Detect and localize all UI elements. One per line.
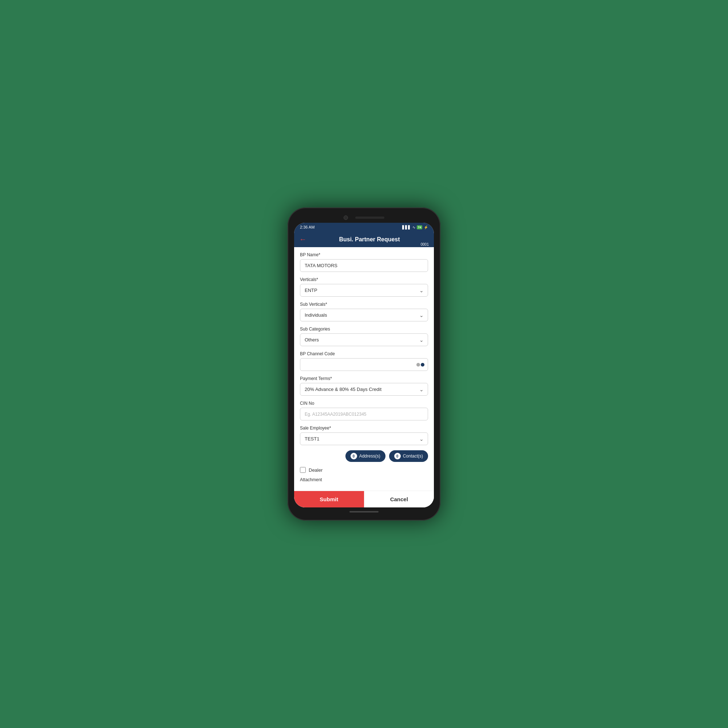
sale-employee-label: Sale Employee* [300, 425, 428, 431]
status-time: 2:36 AM [300, 225, 315, 229]
address-button[interactable]: 0 Address(s) [346, 450, 385, 462]
page-title: Busi. Partner Request [310, 236, 429, 243]
phone-bottom-bar [294, 508, 434, 514]
form-content: BP Name* Verticals* ENTP ⌄ Sub Verticals… [294, 247, 434, 491]
phone-top-decor [294, 214, 434, 223]
back-button[interactable]: ← [299, 235, 306, 243]
contact-button-label: Contact(s) [403, 454, 423, 459]
cin-no-label: CIN No [300, 401, 428, 406]
address-badge: 0 [350, 453, 357, 459]
sub-categories-label: Sub Categories [300, 327, 428, 332]
phone-screen: 2:36 AM ▋▋▋ ∿ 74 ⚡ ← Busi. Partner Reque… [294, 223, 434, 508]
toggle-switch-icon[interactable] [416, 363, 424, 367]
phone-speaker [355, 217, 384, 219]
bp-name-group: BP Name* [300, 252, 428, 272]
sale-employee-group: Sale Employee* TEST1 ⌄ [300, 425, 428, 445]
sub-verticals-select[interactable]: Individuals [300, 309, 428, 321]
bp-channel-input[interactable] [300, 358, 428, 371]
bp-name-label: BP Name* [300, 252, 428, 257]
sub-verticals-group: Sub Verticals* Individuals ⌄ [300, 302, 428, 321]
address-button-label: Address(s) [359, 454, 380, 459]
payment-terms-label: Payment Terms* [300, 376, 428, 381]
bolt-icon: ⚡ [424, 225, 428, 229]
dealer-checkbox[interactable] [300, 467, 306, 473]
phone-device: 2:36 AM ▋▋▋ ∿ 74 ⚡ ← Busi. Partner Reque… [288, 208, 440, 520]
status-bar: 2:36 AM ▋▋▋ ∿ 74 ⚡ [294, 223, 434, 231]
phone-camera [344, 216, 348, 220]
cin-no-group: CIN No [300, 401, 428, 421]
sub-categories-select[interactable]: Others [300, 333, 428, 346]
sale-employee-select[interactable]: TEST1 [300, 433, 428, 445]
bp-channel-label: BP Channel Code [300, 351, 428, 356]
status-icons: ▋▋▋ ∿ 74 ⚡ [402, 225, 428, 229]
payment-terms-select-wrapper: 20% Advance & 80% 45 Days Credit ⌄ [300, 383, 428, 396]
verticals-select[interactable]: ENTP [300, 284, 428, 297]
submit-button[interactable]: Submit [294, 491, 364, 508]
contact-button[interactable]: 0 Contact(s) [389, 450, 428, 462]
verticals-group: Verticals* ENTP ⌄ [300, 277, 428, 297]
bp-channel-wrapper [300, 358, 428, 371]
action-buttons-row: 0 Address(s) 0 Contact(s) [300, 450, 428, 462]
sub-categories-group: Sub Categories Others ⌄ [300, 327, 428, 346]
sub-verticals-select-wrapper: Individuals ⌄ [300, 309, 428, 321]
verticals-label: Verticals* [300, 277, 428, 282]
payment-terms-select[interactable]: 20% Advance & 80% 45 Days Credit [300, 383, 428, 396]
attachment-label: Attachment [300, 477, 428, 482]
dealer-row: Dealer [300, 467, 428, 473]
cin-no-input[interactable] [300, 408, 428, 421]
payment-terms-group: Payment Terms* 20% Advance & 80% 45 Days… [300, 376, 428, 396]
bp-name-input[interactable] [300, 259, 428, 272]
toggle-dot-off [416, 363, 420, 367]
verticals-select-wrapper: ENTP ⌄ [300, 284, 428, 297]
cancel-button[interactable]: Cancel [364, 491, 434, 508]
signal-icon: ▋▋▋ [402, 225, 411, 229]
contact-badge: 0 [394, 453, 401, 459]
app-header: ← Busi. Partner Request 0001 [294, 231, 434, 247]
record-number: 0001 [421, 242, 429, 246]
battery-icon: 74 [417, 225, 422, 229]
wifi-icon: ∿ [412, 225, 415, 229]
sub-categories-select-wrapper: Others ⌄ [300, 333, 428, 346]
bottom-bar: Submit Cancel [294, 491, 434, 508]
toggle-dot-on [421, 363, 424, 367]
home-indicator [349, 511, 379, 512]
bp-channel-group: BP Channel Code [300, 351, 428, 371]
dealer-label: Dealer [309, 467, 323, 473]
sale-employee-select-wrapper: TEST1 ⌄ [300, 433, 428, 445]
sub-verticals-label: Sub Verticals* [300, 302, 428, 307]
